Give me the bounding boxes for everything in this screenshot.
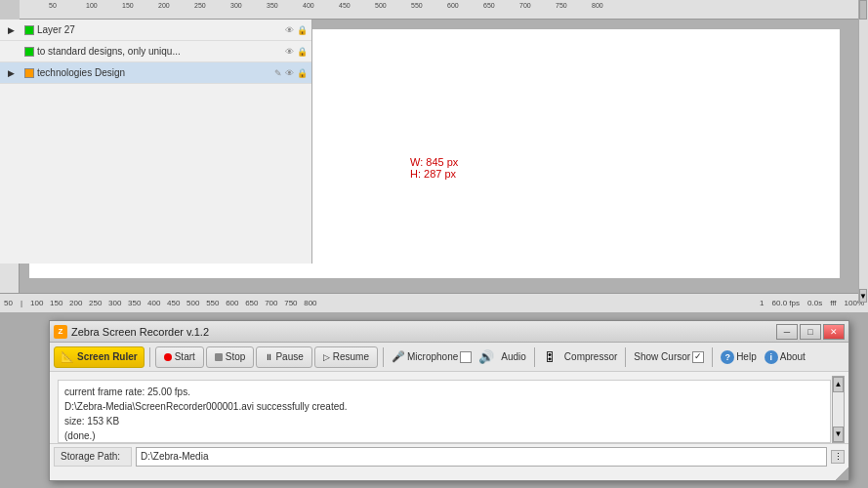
help-control[interactable]: ? Help [718, 350, 760, 364]
help-label: Help [736, 351, 757, 362]
log-line-2: D:\Zebra-Media\ScreenRecorder000001.avi … [64, 399, 824, 414]
resume-icon: ▷ [323, 352, 330, 362]
start-button[interactable]: Start [155, 346, 204, 368]
audio-control[interactable]: Audio [498, 351, 529, 362]
lock-icon[interactable]: 🔒 [297, 25, 308, 35]
toolbar-divider [712, 347, 713, 367]
pause-label: Pause [275, 351, 303, 362]
layer-expand-icon: ▶ [4, 23, 18, 37]
log-scroll-down[interactable]: ▼ [833, 427, 844, 442]
layer-icon: ▶ [4, 66, 18, 80]
compressor-control[interactable]: Compressor [561, 351, 620, 362]
show-cursor-label: Show Cursor [634, 351, 690, 362]
storage-drag-handle[interactable]: ⋮ [831, 450, 845, 464]
log-line-1: current frame rate: 25.00 fps. [64, 385, 824, 399]
help-icon: ? [721, 350, 734, 364]
fps-display: 60.0 fps [772, 299, 800, 307]
canvas-position: 50 [4, 299, 13, 307]
toolbar-divider [534, 347, 535, 367]
pause-button[interactable]: ⏸ Pause [256, 346, 311, 368]
stop-dot-icon [215, 353, 223, 361]
edit-icon[interactable]: ✎ [274, 68, 282, 78]
toolbar-divider [383, 347, 384, 367]
minimize-button[interactable]: ─ [776, 324, 798, 340]
ruler-top: 50 100 150 200 250 300 350 400 450 500 5… [20, 0, 868, 20]
screen-ruler-label: Screen Ruler [77, 351, 138, 362]
lock-icon[interactable]: 🔒 [297, 68, 308, 78]
microphone-control[interactable]: 🎤 Microphone [389, 350, 475, 363]
visibility-icon[interactable]: 👁 [285, 68, 294, 78]
microphone-checkbox[interactable] [460, 351, 472, 363]
show-cursor-checkbox[interactable]: ✓ [692, 351, 704, 363]
vertical-scrollbar[interactable]: ▼ [858, 0, 868, 303]
storage-path-input[interactable]: D:\Zebra-Media [136, 447, 827, 467]
layer-name: to standard designs, only uniqu... [37, 46, 181, 57]
pause-icon: ⏸ [265, 352, 272, 362]
layer-name: technologies Design [37, 67, 125, 78]
audio-icon-btn[interactable]: 🔊 [476, 347, 496, 367]
layer-indent [4, 45, 18, 59]
about-control[interactable]: i About [762, 350, 808, 364]
compressor-icon-btn[interactable]: 🎛 [540, 347, 559, 367]
recorder-titlebar: Z Zebra Screen Recorder v.1.2 ─ □ ✕ [50, 321, 848, 343]
about-icon: i [765, 350, 778, 364]
log-scrollbar[interactable]: ▲ ▼ [832, 376, 845, 443]
layer-row-selected[interactable]: ▶ technologies Design ✎ 👁 🔒 [0, 62, 311, 84]
stop-label: Stop [226, 351, 246, 362]
audio-icon: 🔊 [478, 349, 494, 364]
title-left: Z Zebra Screen Recorder v.1.2 [54, 325, 209, 339]
layer-color-swatch [24, 25, 34, 35]
log-line-3: size: 153 KB [64, 414, 824, 428]
compressor-icon: 🎛 [544, 350, 556, 364]
log-line-4: (done.) [64, 428, 824, 443]
stop-button[interactable]: Stop [206, 346, 255, 368]
scroll-down-btn[interactable]: ▼ [859, 289, 867, 303]
storage-row: Storage Path: D:\Zebra-Media ⋮ [50, 443, 848, 468]
record-dot-icon [164, 353, 172, 361]
scroll-thumb[interactable] [859, 0, 867, 20]
window-controls: ─ □ ✕ [776, 324, 845, 340]
ruler-bottom-numbers: 100 150 200 250 300 350 400 450 500 550 … [30, 299, 317, 307]
microphone-icon: 🎤 [392, 350, 405, 363]
layer-row[interactable]: to standard designs, only uniqu... 👁 🔒 [0, 41, 311, 62]
canvas-area: 50 100 150 200 250 300 350 400 450 500 5… [0, 0, 868, 312]
show-cursor-control[interactable]: Show Cursor ✓ [631, 351, 707, 363]
start-label: Start [175, 351, 195, 362]
recorder-toolbar: 📐 Screen Ruler Start Stop ⏸ Pause ▷ Resu… [50, 343, 848, 372]
about-label: About [780, 351, 806, 362]
recorder-window: Z Zebra Screen Recorder v.1.2 ─ □ ✕ 📐 Sc… [49, 320, 849, 481]
layer-color-swatch [24, 68, 34, 78]
close-button[interactable]: ✕ [823, 324, 845, 340]
ruler-icon: 📐 [61, 350, 74, 363]
window-title: Zebra Screen Recorder v.1.2 [71, 326, 209, 338]
resize-handle[interactable] [835, 467, 848, 480]
lock-icon[interactable]: 🔒 [297, 47, 308, 57]
storage-label: Storage Path: [54, 447, 132, 467]
toolbar-divider [149, 347, 150, 367]
visibility-icon[interactable]: 👁 [285, 25, 294, 35]
layer-panel: ▶ Layer 27 👁 🔒 to standard designs, only… [0, 20, 312, 264]
audio-label: Audio [501, 351, 526, 362]
layer-name: Layer 27 [37, 24, 75, 35]
log-area: current frame rate: 25.00 fps. D:\Zebra-… [54, 376, 845, 443]
zebra-icon: Z [54, 325, 67, 339]
resume-button[interactable]: ▷ Resume [314, 346, 378, 368]
recorder-log: current frame rate: 25.00 fps. D:\Zebra-… [58, 380, 831, 443]
time-display: 0.0s [807, 299, 822, 307]
compressor-label: Compressor [564, 351, 617, 362]
resume-label: Resume [333, 351, 369, 362]
screen-ruler-button[interactable]: 📐 Screen Ruler [54, 346, 145, 368]
maximize-button[interactable]: □ [800, 324, 821, 340]
layer-color-swatch [24, 47, 34, 57]
layer-row[interactable]: ▶ Layer 27 👁 🔒 [0, 20, 311, 41]
log-scroll-up[interactable]: ▲ [833, 377, 844, 392]
visibility-icon[interactable]: 👁 [285, 47, 294, 57]
status-bar: 50 | 100 150 200 250 300 350 400 450 500… [0, 293, 868, 312]
toolbar-divider [625, 347, 626, 367]
microphone-label: Microphone [407, 351, 458, 362]
